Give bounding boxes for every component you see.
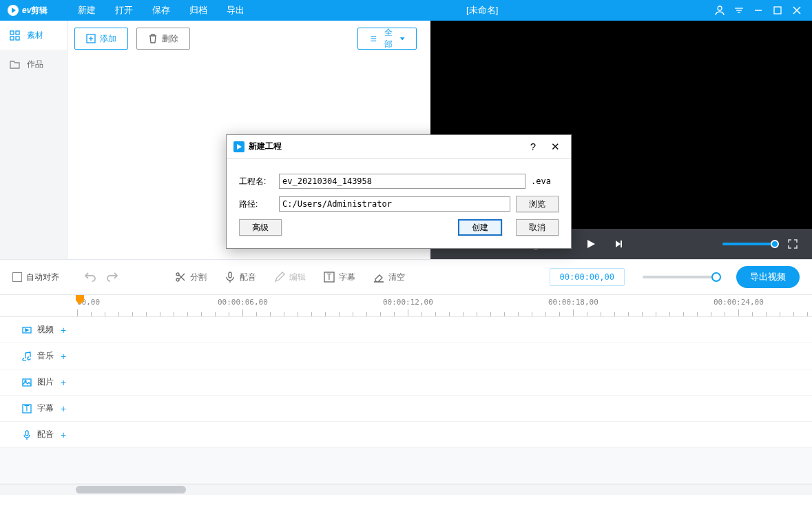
subtitle-tool[interactable]: T字幕 — [324, 272, 355, 283]
menu-save[interactable]: 保存 — [143, 0, 180, 21]
new-project-dialog: 新建工程 ? ✕ 工程名: .eva 路径: 浏览 高级 创建 取消 — [226, 134, 572, 249]
browse-button[interactable]: 浏览 — [516, 196, 559, 212]
track-subtitle-body[interactable] — [76, 396, 812, 421]
timeline-ruler[interactable]: 00,00 00:00:06,00 00:00:12,00 00:00:18,0… — [0, 295, 812, 317]
dialog-logo-icon — [233, 141, 244, 152]
export-video-button[interactable]: 导出视频 — [736, 266, 800, 288]
track-image-head[interactable]: 图片+ — [0, 369, 76, 395]
add-subtitle-track[interactable]: + — [61, 403, 66, 414]
minimize-button[interactable] — [749, 0, 768, 21]
filter-all-dropdown[interactable]: 全部 — [357, 28, 417, 50]
project-path-label: 路径: — [239, 198, 273, 210]
menu-archive[interactable]: 归档 — [180, 0, 217, 21]
svg-rect-37 — [23, 379, 31, 386]
track-video-head[interactable]: 视频+ — [0, 317, 76, 343]
app-logo: ev剪辑 — [0, 4, 54, 17]
svg-point-27 — [176, 273, 179, 276]
preview-zoom-slider[interactable] — [722, 243, 775, 245]
split-tool[interactable]: 分割 — [175, 272, 207, 283]
close-button[interactable] — [787, 0, 806, 21]
track-video-body[interactable] — [76, 317, 812, 343]
maximize-button[interactable] — [768, 0, 787, 21]
track-subtitle-head[interactable]: T 字幕+ — [0, 396, 76, 421]
delete-button[interactable]: 删除 — [136, 28, 190, 50]
dialog-close-button[interactable]: ✕ — [546, 138, 564, 156]
timeline-zoom-slider[interactable] — [643, 276, 718, 278]
svg-rect-41 — [25, 431, 28, 436]
window-controls — [710, 0, 812, 21]
play-logo-icon — [7, 4, 19, 17]
svg-rect-31 — [229, 272, 231, 278]
svg-rect-10 — [10, 31, 14, 34]
undo-button[interactable] — [84, 270, 96, 285]
dialog-title-text: 新建工程 — [249, 141, 520, 152]
menu-export[interactable]: 导出 — [217, 0, 254, 21]
track-dub: 配音+ — [0, 422, 812, 448]
image-icon — [22, 378, 32, 387]
svg-marker-20 — [400, 37, 405, 40]
ruler-label-2: 00:00:12,00 — [383, 298, 433, 307]
add-video-track[interactable]: + — [61, 325, 66, 336]
add-button[interactable]: 添加 — [74, 28, 128, 50]
folder-icon — [10, 59, 20, 70]
svg-rect-7 — [774, 7, 781, 14]
menu-more-icon[interactable] — [729, 0, 749, 21]
add-image-track[interactable]: + — [61, 377, 66, 388]
fullscreen-button[interactable] — [783, 234, 802, 254]
user-icon[interactable] — [710, 0, 729, 21]
redo-button[interactable] — [106, 270, 118, 285]
main-menu: 新建 打开 保存 归档 导出 — [68, 0, 254, 21]
list-icon — [369, 34, 377, 43]
timeline-toolbar: 自动对齐 分割 配音 编辑 T字幕 清空 00:00:00,00 导出视频 — [0, 259, 812, 295]
track-dub-head[interactable]: 配音+ — [0, 422, 76, 447]
project-path-input[interactable] — [279, 196, 510, 212]
track-image: 图片+ — [0, 369, 812, 396]
add-icon — [86, 34, 96, 43]
sidebar: 素材 作品 — [0, 21, 67, 259]
dialog-help-button[interactable]: ? — [524, 138, 542, 156]
track-image-body[interactable] — [76, 369, 812, 395]
track-music-body[interactable] — [76, 343, 812, 369]
dialog-titlebar[interactable]: 新建工程 ? ✕ — [227, 135, 571, 159]
ruler-label-1: 00:00:06,00 — [218, 298, 268, 307]
sidebar-item-works[interactable]: 作品 — [0, 50, 67, 79]
eraser-icon — [373, 272, 384, 283]
svg-text:T: T — [24, 404, 30, 414]
svg-marker-24 — [587, 240, 595, 248]
app-name: 剪辑 — [31, 5, 48, 17]
tracks-container: 视频+ 音乐+ 图片+ T 字幕+ 配音+ — [0, 317, 812, 484]
add-music-track[interactable]: + — [61, 351, 66, 362]
timecode-display: 00:00:00,00 — [550, 268, 625, 286]
track-dub-body[interactable] — [76, 422, 812, 447]
cancel-button[interactable]: 取消 — [516, 219, 559, 236]
project-name-input[interactable] — [279, 174, 525, 189]
advanced-button[interactable]: 高级 — [239, 219, 282, 236]
menu-new[interactable]: 新建 — [68, 0, 105, 21]
edit-tool[interactable]: 编辑 — [274, 272, 306, 283]
title-bar: ev剪辑 新建 打开 保存 归档 导出 [未命名] — [0, 0, 812, 21]
add-dub-track[interactable]: + — [61, 429, 66, 440]
clear-tool[interactable]: 清空 — [373, 272, 405, 283]
menu-open[interactable]: 打开 — [105, 0, 143, 21]
ruler-label-4: 00:00:24,00 — [714, 298, 764, 307]
track-music-head[interactable]: 音乐+ — [0, 343, 76, 369]
play-button[interactable] — [581, 234, 601, 254]
create-button[interactable]: 创建 — [458, 219, 502, 236]
svg-rect-11 — [16, 31, 19, 34]
sidebar-item-material[interactable]: 素材 — [0, 21, 67, 50]
grid-icon — [10, 30, 20, 41]
text-icon: T — [324, 272, 335, 283]
sidebar-material-label: 素材 — [27, 30, 43, 41]
mic-icon — [225, 272, 236, 283]
track-subtitle: T 字幕+ — [0, 396, 812, 422]
svg-rect-12 — [10, 37, 14, 40]
subtitle-icon: T — [22, 404, 32, 414]
next-frame-button[interactable] — [609, 234, 628, 254]
chevron-down-icon — [399, 35, 405, 42]
auto-align-checkbox[interactable]: 自动对齐 — [12, 272, 59, 283]
timeline-scrollbar[interactable] — [0, 484, 812, 495]
track-music: 音乐+ — [0, 343, 812, 369]
track-video: 视频+ — [0, 317, 812, 343]
svg-rect-26 — [621, 241, 622, 247]
dub-tool[interactable]: 配音 — [225, 272, 256, 283]
